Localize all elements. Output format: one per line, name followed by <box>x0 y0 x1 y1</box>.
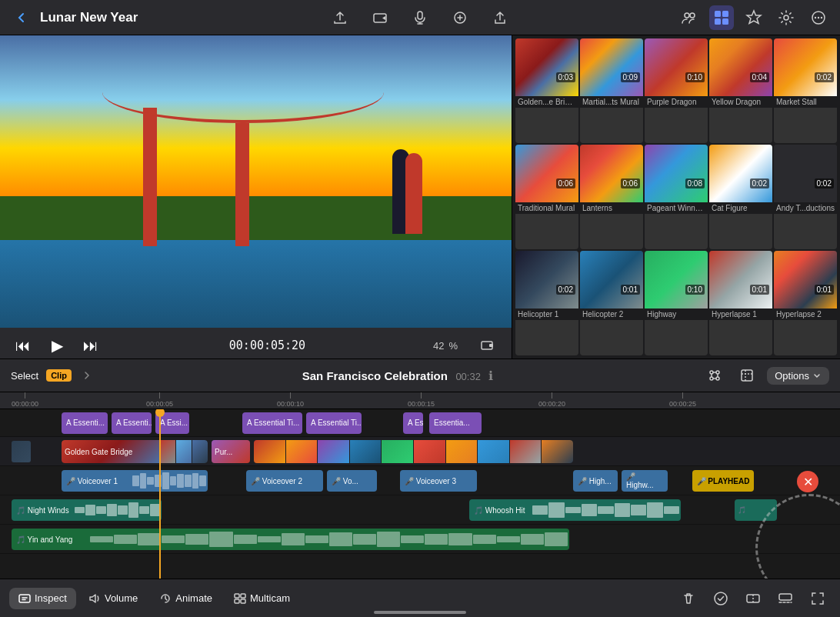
media-item-5[interactable]: 0:06 Traditional Mural <box>515 145 578 249</box>
crop-icon[interactable] <box>735 363 759 388</box>
media-thumb-4: 0:02 <box>774 38 837 96</box>
media-label-1: Martial...ts Mural <box>580 96 643 108</box>
vo-clip-3[interactable]: 🎤 Vo... <box>327 470 377 492</box>
settings-icon[interactable] <box>774 5 798 30</box>
media-duration-5: 0:06 <box>556 178 575 188</box>
media-duration-10: 0:02 <box>556 285 575 295</box>
video-track: Golden Gate Bridge Pur... <box>0 437 840 466</box>
video-thumb-small[interactable] <box>12 441 31 462</box>
vo-clip-4[interactable]: 🎤 Voiceover 3 <box>400 470 477 492</box>
back-button[interactable] <box>9 5 34 30</box>
chevron-down-icon <box>812 371 822 380</box>
media-thumb-7: 0:08 <box>645 145 708 202</box>
media-item-7[interactable]: 0:08 Pageant Winners <box>645 145 708 249</box>
volume-button[interactable]: Volume <box>79 588 147 609</box>
media-thumb-11: 0:01 <box>580 251 643 308</box>
vo-clip-2[interactable]: 🎤 Voiceover 2 <box>246 470 323 492</box>
bridge-land-bg <box>0 196 512 240</box>
audio-detach-button[interactable] <box>772 585 798 612</box>
ruler-track: 00:00:00 00:00:05 00:00:10 00:00:15 00:0… <box>0 392 840 409</box>
clip-info-icon[interactable]: ℹ <box>488 369 493 382</box>
media-thumb-6: 0:06 <box>580 145 643 202</box>
fullscreen-button[interactable] <box>805 585 831 612</box>
video-clip-pur[interactable]: Pur... <box>212 440 250 463</box>
music-clip-end[interactable]: 🎵 <box>735 499 777 521</box>
playhead[interactable] <box>159 409 161 579</box>
skip-forward-button[interactable]: ⏭ <box>80 335 102 356</box>
checkmark-button[interactable] <box>708 585 734 612</box>
media-label-7: Pageant Winners <box>645 202 708 214</box>
zoom-unit: % <box>448 340 458 352</box>
split-button[interactable] <box>740 585 766 612</box>
media-item-14[interactable]: 0:01 Hyperlapse 2 <box>774 251 837 355</box>
whoosh-hit-clip[interactable]: 🎵 Whoosh Hit <box>469 499 681 521</box>
media-item-3[interactable]: 0:04 Yellow Dragon <box>709 38 772 143</box>
top-bar-left: Lunar New Year <box>9 5 283 30</box>
yin-yang-clip[interactable]: 🎵 Yin and Yang <box>12 529 569 550</box>
delete-button[interactable] <box>675 585 702 612</box>
vo-clip-6[interactable]: 🎤 Highw... <box>622 470 668 492</box>
title-clip-5[interactable]: A Essential Ti... <box>306 412 362 434</box>
volume-icon <box>88 592 101 605</box>
svg-rect-29 <box>235 594 239 598</box>
select-mode-label: Select <box>11 370 38 382</box>
media-item-1[interactable]: 0:09 Martial...ts Mural <box>580 38 643 143</box>
transform-icon[interactable] <box>702 363 727 388</box>
star-icon[interactable] <box>742 5 766 30</box>
title-clip-7[interactable]: Essentia... <box>429 412 482 434</box>
media-thumb-10: 0:02 <box>515 251 578 308</box>
svg-rect-32 <box>241 599 245 603</box>
media-item-8[interactable]: 0:02 Cat Figure <box>709 145 772 249</box>
people-icon[interactable] <box>677 5 702 30</box>
play-button[interactable]: ▶ <box>46 335 68 356</box>
export-icon[interactable] <box>328 5 352 30</box>
media-item-0[interactable]: 0:03 Golden...e Bridge <box>515 38 578 143</box>
skip-back-button[interactable]: ⏮ <box>12 335 34 356</box>
media-item-12[interactable]: 0:10 Highway <box>645 251 708 355</box>
title-clip-2[interactable]: A Essenti... <box>112 412 152 434</box>
animate-button[interactable]: Animate <box>150 588 222 609</box>
media-label-6: Lanterns <box>580 202 643 214</box>
svg-rect-6 <box>722 11 728 17</box>
media-panel-icon[interactable] <box>709 5 734 30</box>
title-clip-4[interactable]: A Essential Ti... <box>242 412 302 434</box>
media-thumb-12: 0:10 <box>645 251 708 308</box>
media-item-4[interactable]: 0:02 Market Stall <box>774 38 837 143</box>
music-track: 🎵 Yin and Yang <box>0 525 840 554</box>
vo-clip-playhead[interactable]: 🎤 PLAYHEAD <box>692 470 754 492</box>
mic-icon[interactable] <box>408 5 432 30</box>
title-clip-1[interactable]: A Essenti... <box>62 412 108 434</box>
media-thumb-3: 0:04 <box>709 38 772 96</box>
camera-icon[interactable] <box>368 5 392 30</box>
multicam-button[interactable]: Multicam <box>225 588 299 609</box>
svg-point-11 <box>815 16 816 18</box>
vo-clip-5[interactable]: 🎤 High... <box>573 470 618 492</box>
more-icon[interactable] <box>806 5 831 30</box>
voiceover-track: 🎤 Voiceover 1 🎤 Voiceover 2 🎤 Vo... 🎤 Vo… <box>0 466 840 495</box>
inspect-label: Inspect <box>35 592 67 604</box>
options-button[interactable]: Options <box>767 367 829 385</box>
media-item-9[interactable]: 0:02 Andy T...ductions <box>774 145 837 249</box>
media-item-11[interactable]: 0:01 Helicopter 2 <box>580 251 643 355</box>
media-label-12: Highway <box>645 308 708 320</box>
night-winds-clip[interactable]: 🎵 Night Winds <box>12 499 162 521</box>
svg-point-4 <box>690 13 695 18</box>
svg-rect-35 <box>779 594 792 600</box>
share-icon[interactable] <box>488 5 512 30</box>
vo-clip-1[interactable]: 🎤 Voiceover 1 <box>62 470 208 492</box>
media-item-10[interactable]: 0:02 Helicopter 1 <box>515 251 578 355</box>
media-item-13[interactable]: 0:01 Hyperlapse 1 <box>709 251 772 355</box>
magic-icon[interactable] <box>448 5 472 30</box>
media-label-3: Yellow Dragon <box>709 96 772 108</box>
inspect-button[interactable]: Inspect <box>9 588 76 609</box>
fullscreen-icon[interactable] <box>475 333 499 358</box>
media-duration-12: 0:10 <box>685 285 705 295</box>
media-item-6[interactable]: 0:06 Lanterns <box>580 145 643 249</box>
media-duration-1: 0:09 <box>621 72 640 82</box>
video-clip-golden[interactable]: Golden Gate Bridge <box>62 440 208 463</box>
close-button[interactable]: ✕ <box>797 471 818 492</box>
media-item-2[interactable]: 0:10 Purple Dragon <box>645 38 708 143</box>
title-clip-6[interactable]: A Es <box>403 412 423 434</box>
video-clip-rest[interactable] <box>254 440 573 463</box>
timeline-area: 00:00:00 00:00:05 00:00:10 00:00:15 00:0… <box>0 392 840 579</box>
